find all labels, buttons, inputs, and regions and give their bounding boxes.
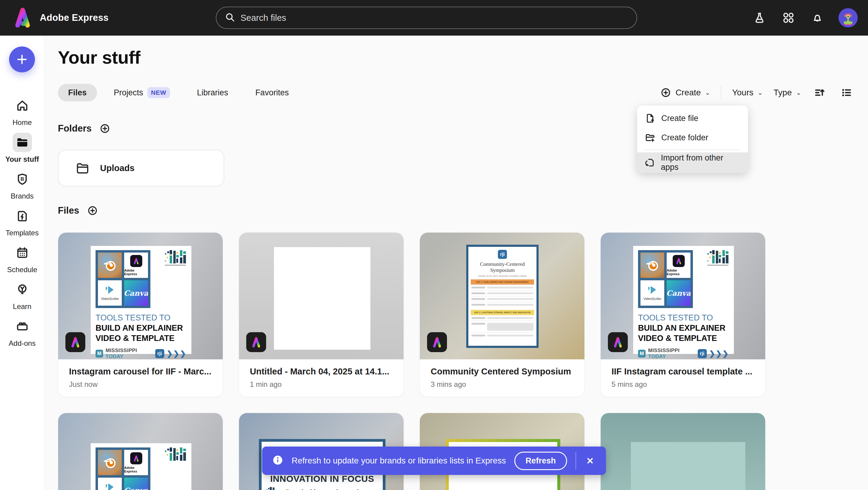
file-timestamp: 1 min ago bbox=[250, 380, 393, 388]
refresh-button[interactable]: Refresh bbox=[515, 452, 567, 470]
tool-logo-grid: Adobe Express VideoScribe Canva bbox=[96, 448, 150, 490]
file-timestamp: 3 mins ago bbox=[431, 380, 574, 388]
adobe-express-logo-tile: Adobe Express bbox=[124, 450, 148, 475]
toast-divider bbox=[575, 452, 576, 469]
adobe-express-file-badge-icon bbox=[65, 332, 85, 352]
create-dropdown-button[interactable]: Create ⌄ bbox=[660, 87, 710, 98]
poster-title: BUILD AN EXPLAINER VIDEO & TEMPLATE bbox=[638, 323, 725, 343]
day2-band: DAY 2: LIGHTNING STRIKES, IMPACT AND INN… bbox=[471, 310, 534, 315]
page-title: Your stuff bbox=[58, 47, 141, 68]
labs-flask-icon[interactable] bbox=[752, 10, 767, 26]
file-card-row2-tools-poster[interactable]: Adobe Express VideoScribe Canva bbox=[58, 413, 223, 490]
file-thumbnail: Adobe Express VideoScribe Canva bbox=[601, 233, 765, 359]
iif-mosaic-logo bbox=[266, 487, 283, 490]
poster-kicker: TOOLS TESTED TO bbox=[638, 313, 713, 322]
blender-logo-tile bbox=[98, 253, 122, 278]
search-bar[interactable] bbox=[216, 7, 637, 29]
app-brand: Adobe Express bbox=[11, 6, 108, 30]
rji-logo: rji ❯❯❯ bbox=[698, 349, 729, 358]
poster-title: BUILD AN EXPLAINER VIDEO & TEMPLATE bbox=[96, 323, 183, 343]
day1-band: DAY 1: CHALLENGES AND CHANGE MANAGEMENT bbox=[471, 279, 534, 285]
canva-logo-tile: Canva bbox=[667, 280, 690, 306]
menu-divider bbox=[645, 150, 740, 150]
toast-message: Refresh to update your brands or librari… bbox=[292, 456, 506, 466]
add-folder-plus-icon[interactable] bbox=[99, 123, 110, 134]
sort-order-icon[interactable] bbox=[812, 85, 828, 100]
file-card-community-symposium[interactable]: rji Community-Centered Symposium October… bbox=[420, 232, 585, 397]
list-view-icon[interactable] bbox=[838, 85, 854, 100]
sidebar-item-templates[interactable]: Templates bbox=[0, 203, 44, 240]
sidebar-item-add-ons[interactable]: Add-ons bbox=[0, 314, 44, 351]
blank-design-preview bbox=[274, 247, 370, 350]
iif-mosaic-logo bbox=[164, 448, 187, 467]
folder-filled-icon bbox=[13, 133, 32, 152]
tab-files[interactable]: Files bbox=[58, 84, 97, 102]
plus-circle-icon bbox=[660, 87, 671, 98]
blender-logo-tile bbox=[98, 450, 122, 475]
menu-item-import-from-other-apps[interactable]: Import from other apps bbox=[637, 152, 748, 173]
tab-libraries[interactable]: Libraries bbox=[187, 84, 239, 102]
template-bolt-icon bbox=[13, 206, 32, 226]
iif-title: INNOVATION IN FOCUS bbox=[267, 474, 377, 484]
ribbon-illustration bbox=[490, 489, 517, 490]
adobe-express-file-badge-icon bbox=[246, 332, 266, 352]
file-title: Instagram carousel for IIF - Marc... bbox=[69, 367, 212, 377]
chevron-down-icon: ⌄ bbox=[705, 89, 710, 96]
file-thumbnail bbox=[239, 233, 404, 359]
file-thumbnail: rji Community-Centered Symposium October… bbox=[420, 233, 584, 359]
file-card-row2-teal-design[interactable] bbox=[600, 413, 766, 490]
sidebar-item-brands[interactable]: B Brands bbox=[0, 167, 44, 203]
tab-projects[interactable]: Projects NEW bbox=[104, 84, 180, 102]
menu-item-create-folder[interactable]: Create folder bbox=[637, 128, 748, 147]
symposium-document-preview: rji Community-Centered Symposium October… bbox=[466, 245, 538, 348]
files-section-heading: Files bbox=[58, 205, 98, 216]
sidebar-item-home[interactable]: Home bbox=[0, 93, 44, 130]
sidebar-item-learn[interactable]: Learn bbox=[0, 277, 44, 314]
svg-text:B: B bbox=[21, 176, 24, 182]
tools-tested-poster: Adobe Express VideoScribe Canva bbox=[633, 246, 734, 354]
sidebar-label-templates: Templates bbox=[6, 229, 38, 237]
symposium-title: Community-Centered Symposium bbox=[471, 261, 534, 273]
lightbulb-icon bbox=[13, 280, 32, 299]
user-avatar[interactable] bbox=[838, 8, 858, 27]
menu-item-create-file[interactable]: Create file bbox=[637, 109, 748, 128]
new-badge: NEW bbox=[147, 87, 170, 98]
file-thumbnail: Adobe Express VideoScribe Canva bbox=[58, 233, 223, 359]
file-thumbnail: Adobe Express VideoScribe Canva bbox=[58, 413, 223, 490]
tab-favorites[interactable]: Favorites bbox=[245, 84, 299, 102]
iif-mosaic-logo bbox=[707, 250, 729, 270]
create-new-fab-button[interactable] bbox=[9, 47, 35, 73]
uploads-folder-icon bbox=[75, 161, 90, 175]
search-input[interactable] bbox=[241, 13, 628, 23]
close-icon[interactable]: ✕ bbox=[584, 454, 595, 468]
file-card-iif-template[interactable]: Adobe Express VideoScribe Canva bbox=[600, 232, 766, 397]
yours-filter-dropdown[interactable]: Yours ⌄ bbox=[732, 88, 763, 97]
file-thumbnail bbox=[601, 413, 765, 490]
adobe-express-file-badge-icon bbox=[608, 332, 628, 352]
calendar-icon bbox=[13, 243, 32, 262]
blender-logo-tile bbox=[641, 253, 664, 278]
create-folder-icon bbox=[645, 133, 655, 143]
refresh-toast: Refresh to update your brands or librari… bbox=[262, 446, 606, 475]
apps-grid-icon[interactable] bbox=[781, 10, 796, 26]
sidebar-item-your-stuff[interactable]: Your stuff bbox=[0, 130, 44, 167]
folders-section-heading: Folders bbox=[58, 123, 110, 134]
file-title: IIF Instagram carousel template ... bbox=[612, 367, 754, 377]
tab-bar: Files Projects NEW Libraries Favorites bbox=[58, 84, 299, 102]
file-card-instagram-carousel[interactable]: Adobe Express VideoScribe Canva bbox=[58, 232, 223, 397]
notifications-bell-icon[interactable] bbox=[809, 10, 825, 26]
type-filter-dropdown[interactable]: Type ⌄ bbox=[774, 88, 801, 97]
file-title: Untitled - March 04, 2025 at 14.1... bbox=[250, 367, 393, 377]
mississippi-today-logo: M MISSISSIPPI TODAY bbox=[638, 348, 698, 359]
sidebar-label-brands: Brands bbox=[10, 192, 33, 200]
uploads-folder-card[interactable]: Uploads bbox=[58, 150, 224, 186]
sidebar-item-schedule[interactable]: Schedule bbox=[0, 240, 44, 277]
home-icon bbox=[13, 96, 32, 115]
file-card-untitled[interactable]: Untitled - March 04, 2025 at 14.1... 1 m… bbox=[239, 232, 404, 397]
videoscribe-logo-tile: VideoScribe bbox=[98, 478, 122, 490]
add-file-plus-icon[interactable] bbox=[87, 205, 98, 216]
chevron-down-icon: ⌄ bbox=[796, 89, 801, 96]
canva-logo-tile: Canva bbox=[124, 280, 148, 306]
sidebar: Home Your stuff B Brands Templates Sched… bbox=[0, 36, 44, 490]
sidebar-label-home: Home bbox=[12, 118, 32, 127]
